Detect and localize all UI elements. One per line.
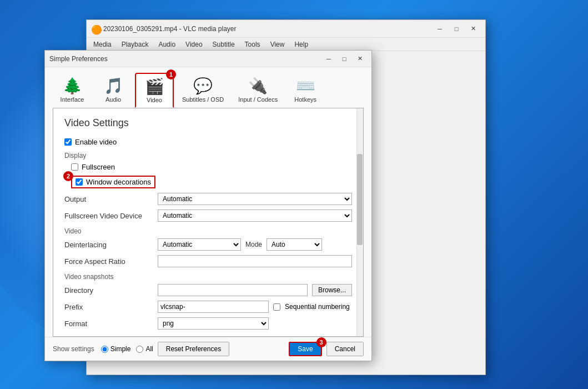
snapshots-section-label: Video snapshots <box>64 273 352 281</box>
enable-video-row: Enable video <box>64 138 352 146</box>
prefs-content: Video Settings Enable video Display Full… <box>53 108 364 337</box>
sequential-label: Sequential numbering <box>285 303 350 311</box>
badge-3: 3 <box>316 337 326 347</box>
prefs-window-controls: ─ □ ✕ <box>321 53 367 64</box>
cancel-button[interactable]: Cancel <box>326 342 364 356</box>
fullscreen-device-label: Fullscreen Video Device <box>64 212 153 220</box>
prefs-maximize-button[interactable]: □ <box>337 53 351 64</box>
all-radio[interactable] <box>136 346 143 353</box>
fullscreen-row: Fullscreen <box>71 163 352 171</box>
enable-video-checkbox[interactable] <box>64 138 72 146</box>
directory-row: Directory Browse... <box>64 284 352 296</box>
scrollbar-track[interactable] <box>356 108 363 336</box>
vlc-title: 20230106_0305291.mp4 - VLC media player <box>103 25 432 33</box>
all-radio-label[interactable]: All <box>136 345 153 353</box>
simple-radio[interactable] <box>101 346 108 353</box>
mode-label: Mode <box>245 241 262 248</box>
tab-interface[interactable]: 🌲 Interface <box>53 73 92 108</box>
prefix-row: Prefix Sequential numbering <box>64 301 352 313</box>
fullscreen-device-row: Fullscreen Video Device Automatic <box>64 210 352 222</box>
sequential-numbering-checkbox[interactable] <box>273 303 280 311</box>
fullscreen-label[interactable]: Fullscreen <box>71 163 115 171</box>
tab-audio[interactable]: 🎵 Audio <box>94 73 133 108</box>
prefs-title: Simple Preferences <box>49 55 321 63</box>
menu-subtitle[interactable]: Subtitle <box>208 39 239 49</box>
tab-hotkeys-label: Hotkeys <box>294 96 316 103</box>
menu-video[interactable]: Video <box>181 39 207 49</box>
tab-subtitles-label: Subtitles / OSD <box>182 96 224 103</box>
video-tab-icon: 🎬 <box>145 77 164 96</box>
vlc-maximize-button[interactable]: □ <box>449 23 464 35</box>
save-button-wrapper: 3 Save <box>289 342 321 356</box>
format-row: Format png jpg <box>64 317 352 330</box>
fullscreen-device-select[interactable]: Automatic <box>158 210 352 222</box>
format-select[interactable]: png jpg <box>158 317 269 330</box>
scrollbar-thumb[interactable] <box>357 154 363 245</box>
content-title: Video Settings <box>64 117 352 129</box>
vlc-close-button[interactable]: ✕ <box>465 23 481 35</box>
window-decorations-checkbox[interactable] <box>76 178 83 186</box>
reset-button[interactable]: Reset Preferences <box>158 342 229 356</box>
window-decorations-label[interactable]: Window decorations <box>71 176 155 188</box>
radio-group: Simple All <box>101 345 153 353</box>
prefix-input[interactable] <box>158 301 269 313</box>
hotkeys-tab-icon: ⌨️ <box>296 77 315 95</box>
subtitles-tab-icon: 💬 <box>193 77 213 95</box>
enable-video-label[interactable]: Enable video <box>64 138 117 146</box>
vlc-window-controls: ─ □ ✕ <box>432 23 481 35</box>
window-decorations-row: 2 Window decorations <box>71 176 352 188</box>
tab-subtitles[interactable]: 💬 Subtitles / OSD <box>176 73 230 108</box>
prefix-label: Prefix <box>64 303 153 311</box>
format-label: Format <box>64 320 153 328</box>
prefs-close-button[interactable]: ✕ <box>353 53 367 64</box>
deinterlacing-select[interactable]: Automatic <box>158 238 241 251</box>
deinterlacing-row: Deinterlacing Automatic Mode Auto <box>64 238 352 251</box>
interface-tab-icon: 🌲 <box>63 77 82 95</box>
vlc-menubar: Media Playback Audio Video Subtitle Tool… <box>87 38 485 51</box>
force-aspect-ratio-label: Force Aspect Ratio <box>64 257 153 266</box>
force-aspect-ratio-row: Force Aspect Ratio <box>64 255 352 267</box>
fullscreen-checkbox[interactable] <box>71 163 78 171</box>
tab-video-label: Video <box>147 97 162 103</box>
simple-radio-label[interactable]: Simple <box>101 345 131 353</box>
output-row: Output Automatic <box>64 193 352 205</box>
tab-input-label: Input / Codecs <box>238 96 278 103</box>
vlc-icon: 🟠 <box>91 24 100 33</box>
audio-tab-icon: 🎵 <box>104 77 123 95</box>
menu-audio[interactable]: Audio <box>154 39 180 49</box>
menu-tools[interactable]: Tools <box>240 39 265 49</box>
badge-1: 1 <box>166 69 176 79</box>
output-label: Output <box>64 195 153 203</box>
tab-input[interactable]: 🔌 Input / Codecs <box>232 73 284 108</box>
directory-input[interactable] <box>158 284 308 296</box>
vlc-titlebar: 🟠 20230106_0305291.mp4 - VLC media playe… <box>87 20 485 38</box>
tab-video[interactable]: 1 🎬 Video <box>135 73 174 108</box>
browse-button[interactable]: Browse... <box>312 284 352 296</box>
deinterlacing-label: Deinterlacing <box>64 241 153 249</box>
prefs-tabs: 🌲 Interface 🎵 Audio 1 🎬 Video 💬 Subtitle… <box>45 67 371 108</box>
badge-2: 2 <box>63 171 73 181</box>
prefs-titlebar: Simple Preferences ─ □ ✕ <box>45 51 371 67</box>
prefs-minimize-button[interactable]: ─ <box>321 53 336 64</box>
prefs-dialog: Simple Preferences ─ □ ✕ 🌲 Interface 🎵 A… <box>44 50 372 361</box>
mode-select[interactable]: Auto <box>267 238 322 251</box>
menu-help[interactable]: Help <box>290 39 313 49</box>
tab-audio-label: Audio <box>105 96 121 103</box>
menu-view[interactable]: View <box>266 39 289 49</box>
directory-label: Directory <box>64 286 153 295</box>
display-section-label: Display <box>64 152 352 159</box>
show-settings-label: Show settings <box>53 345 94 353</box>
video-section-label: Video <box>64 227 352 235</box>
menu-playback[interactable]: Playback <box>117 39 153 49</box>
vlc-minimize-button[interactable]: ─ <box>432 23 448 35</box>
tab-interface-label: Interface <box>61 96 84 103</box>
tab-hotkeys[interactable]: ⌨️ Hotkeys <box>286 73 325 108</box>
menu-media[interactable]: Media <box>89 39 116 49</box>
force-aspect-ratio-input[interactable] <box>158 255 352 267</box>
prefs-footer: Show settings Simple All Reset Preferenc… <box>45 337 371 361</box>
output-select[interactable]: Automatic <box>158 193 352 205</box>
input-tab-icon: 🔌 <box>248 77 268 95</box>
